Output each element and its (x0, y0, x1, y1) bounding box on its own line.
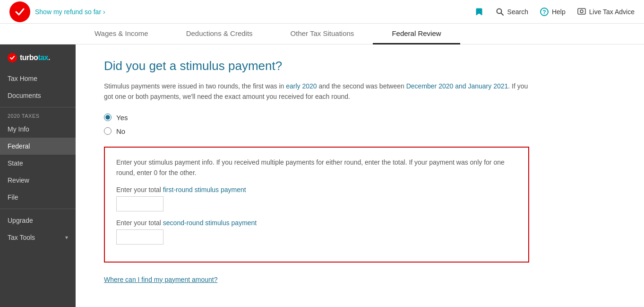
field2-label-highlight: second-round stimulus payment (163, 219, 257, 227)
tax-tools-chevron-icon: ▾ (65, 234, 68, 241)
help-label: Help (552, 8, 566, 16)
no-radio-label[interactable]: No (104, 127, 616, 135)
sidebar-item-state[interactable]: State (0, 155, 76, 172)
logo-circle (9, 1, 30, 22)
help-icon: ? (540, 7, 549, 17)
svg-line-1 (501, 13, 503, 15)
tab-wages[interactable]: Wages & Income (76, 24, 167, 44)
stimulus-instruction: Enter your stimulus payment info. If you… (116, 157, 517, 178)
yes-radio-label[interactable]: Yes (104, 114, 616, 122)
sidebar-item-file[interactable]: File (0, 189, 76, 206)
search-button[interactable]: Search (495, 7, 528, 17)
stimulus-box: Enter your stimulus payment info. If you… (104, 147, 529, 263)
desc-part2: and the second was between (317, 82, 406, 90)
nav-tabs: Wages & Income Deductions & Credits Othe… (0, 24, 644, 44)
tab-other[interactable]: Other Tax Situations (272, 24, 373, 44)
second-round-input[interactable] (116, 229, 163, 245)
live-tax-button[interactable]: Live Tax Advice (577, 7, 635, 17)
sidebar-logo-icon (8, 53, 17, 62)
yes-no-radio-group: Yes No (104, 114, 616, 135)
show-refund-link[interactable]: Show my refund so far › (35, 8, 105, 16)
content-area: Did you get a stimulus payment? Stimulus… (76, 44, 644, 307)
sidebar-item-federal[interactable]: Federal (0, 138, 76, 155)
yes-radio[interactable] (104, 114, 112, 121)
sidebar-item-documents[interactable]: Documents (0, 87, 76, 104)
svg-rect-4 (578, 9, 585, 14)
sidebar: turbotax. Tax Home Documents 2020 TAXES … (0, 44, 76, 307)
show-refund-label: Show my refund so far (35, 8, 101, 16)
top-bar-right: Search ? Help Live Tax Advice (474, 7, 635, 17)
yes-label: Yes (116, 114, 128, 122)
main-layout: turbotax. Tax Home Documents 2020 TAXES … (0, 44, 644, 307)
sidebar-item-my-info[interactable]: My Info (0, 121, 76, 138)
sidebar-item-upgrade[interactable]: Upgrade (0, 212, 76, 229)
sidebar-logo: turbotax. (0, 49, 76, 70)
desc-highlight1: early 2020 (286, 82, 317, 90)
svg-text:?: ? (542, 9, 546, 16)
help-button[interactable]: ? Help (540, 7, 566, 17)
tab-deductions[interactable]: Deductions & Credits (167, 24, 272, 44)
sidebar-logo-text: turbotax. (20, 53, 50, 62)
show-refund-arrow: › (103, 8, 105, 16)
live-tax-label: Live Tax Advice (589, 8, 635, 16)
sidebar-section-label: 2020 TAXES (0, 110, 76, 121)
no-radio[interactable] (104, 127, 112, 135)
no-label: No (116, 127, 125, 135)
field2-label: Enter your total second-round stimulus p… (116, 219, 517, 227)
stimulus-instruction-text: Enter your stimulus payment info. If you… (116, 158, 505, 176)
tab-federal-review[interactable]: Federal Review (373, 24, 460, 44)
svg-point-5 (580, 10, 583, 13)
sidebar-item-review[interactable]: Review (0, 172, 76, 189)
sidebar-divider-2 (0, 209, 76, 209)
top-bar-left: Show my refund so far › (9, 1, 105, 22)
sidebar-divider-1 (0, 107, 76, 107)
desc-part1: Stimulus payments were issued in two rou… (104, 82, 286, 90)
field1-label-highlight: first-round stimulus payment (163, 186, 246, 193)
find-payment-link[interactable]: Where can I find my payment amount? (104, 276, 217, 283)
field2-label-part1: Enter your total (116, 219, 163, 227)
first-round-input[interactable] (116, 196, 163, 211)
description: Stimulus payments were issued in two rou… (104, 81, 529, 102)
live-tax-icon (577, 7, 586, 17)
field1-label: Enter your total first-round stimulus pa… (116, 186, 517, 193)
bookmark-icon (474, 7, 484, 17)
page-title: Did you get a stimulus payment? (104, 59, 616, 73)
search-icon (495, 7, 505, 17)
sidebar-item-tax-tools[interactable]: Tax Tools ▾ (0, 229, 76, 246)
sidebar-item-tax-home[interactable]: Tax Home (0, 70, 76, 87)
bookmark-button[interactable] (474, 7, 484, 17)
top-bar: Show my refund so far › Search ? Help (0, 0, 644, 24)
search-label: Search (507, 8, 528, 16)
desc-highlight2: December 2020 and January 2021 (406, 82, 508, 90)
field1-label-part1: Enter your total (116, 186, 163, 193)
